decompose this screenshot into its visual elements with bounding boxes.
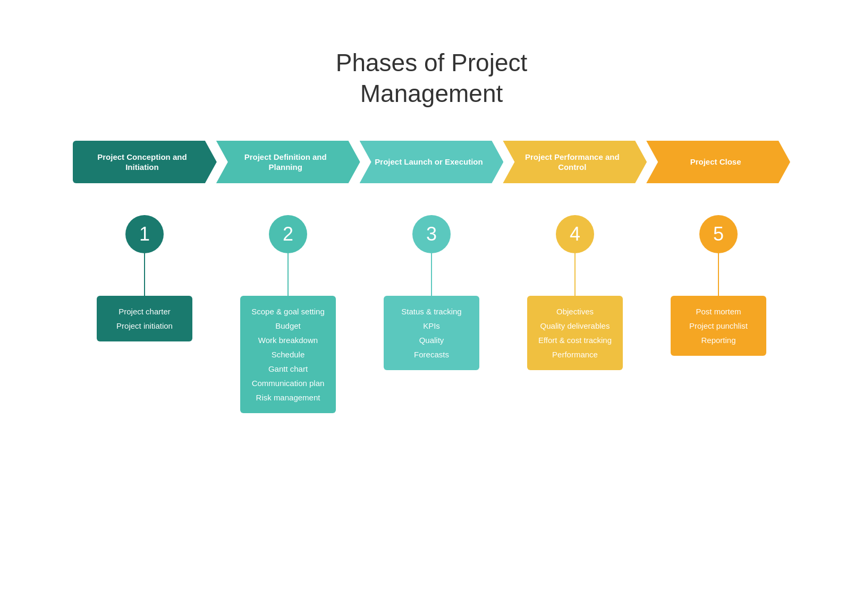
phase-number-4: 4 [556,215,594,253]
details-row: 1Project charterProject initiation2Scope… [73,215,790,413]
arrow-phase-3: Project Launch or Execution [360,141,504,183]
detail-box-5: Post mortemProject punchlistReporting [671,296,766,356]
detail-item: Objectives [538,304,612,319]
detail-item: KPIs [394,319,469,333]
phase-col-3: 3Status & trackingKPIsQualityForecasts [360,215,503,370]
detail-item: Budget [251,319,325,333]
arrow-phase-1: Project Conception and Initiation [73,141,217,183]
detail-item: Post mortem [681,304,756,319]
detail-item: Forecasts [394,347,469,362]
detail-item: Project punchlist [681,319,756,333]
detail-item: Scope & goal setting [251,304,325,319]
detail-item: Schedule [251,347,325,362]
detail-box-2: Scope & goal settingBudgetWork breakdown… [240,296,336,413]
phase-col-2: 2Scope & goal settingBudgetWork breakdow… [216,215,360,413]
connector-line-1 [144,253,145,296]
phase-col-4: 4ObjectivesQuality deliverablesEffort & … [503,215,647,370]
arrows-row: Project Conception and InitiationProject… [73,141,790,183]
phase-number-3: 3 [412,215,451,253]
detail-item: Effort & cost tracking [538,333,612,347]
connector-line-3 [431,253,432,296]
detail-item: Risk management [251,390,325,405]
arrow-phase-2: Project Definition and Planning [216,141,360,183]
connector-line-2 [287,253,289,296]
phase-col-5: 5Post mortemProject punchlistReporting [647,215,790,356]
connector-line-5 [718,253,719,296]
detail-item: Communication plan [251,376,325,390]
arrow-phase-4: Project Performance and Control [503,141,647,183]
detail-item: Project initiation [107,319,182,333]
detail-item: Work breakdown [251,333,325,347]
detail-item: Performance [538,347,612,362]
phase-col-1: 1Project charterProject initiation [73,215,216,341]
phase-number-5: 5 [699,215,738,253]
arrow-phase-5: Project Close [646,141,790,183]
phase-number-2: 2 [269,215,307,253]
detail-box-4: ObjectivesQuality deliverablesEffort & c… [527,296,623,370]
detail-box-1: Project charterProject initiation [97,296,192,341]
detail-box-3: Status & trackingKPIsQualityForecasts [384,296,479,370]
detail-item: Gantt chart [251,362,325,376]
detail-item: Status & tracking [394,304,469,319]
detail-item: Project charter [107,304,182,319]
detail-item: Quality deliverables [538,319,612,333]
detail-item: Quality [394,333,469,347]
page-title: Phases of Project Management [336,48,528,109]
phase-number-1: 1 [125,215,164,253]
detail-item: Reporting [681,333,756,347]
connector-line-4 [574,253,576,296]
